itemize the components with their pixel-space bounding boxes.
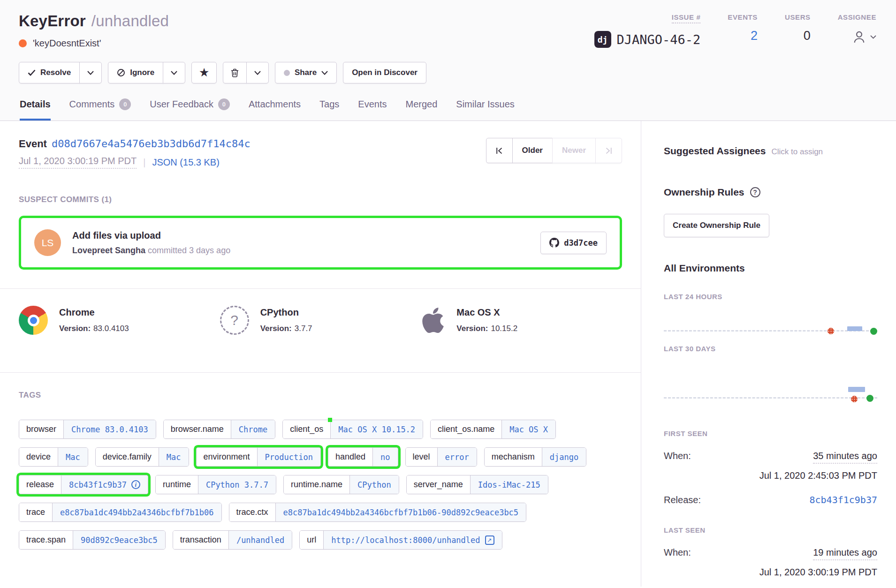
tag-value-link[interactable]: Chrome xyxy=(231,420,275,438)
tag-value-link[interactable]: e8c87ba1dc494bb2a4346bcfbf7b1b06-90d892c… xyxy=(276,503,526,521)
tag-value-link[interactable]: Production xyxy=(258,448,320,466)
external-link-icon[interactable]: ↗ xyxy=(485,535,494,545)
users-count: 0 xyxy=(804,29,811,43)
tag-value-link[interactable]: Chrome 83.0.4103 xyxy=(64,420,156,438)
event-contexts: Chrome Version:83.0.4103 ? CPython Versi… xyxy=(19,289,622,354)
tag-pill-url: urlhttp://localhost:8000/unhandled↗ xyxy=(299,530,502,550)
newer-event-button[interactable]: Newer xyxy=(552,138,596,163)
tag-pill-client-os-name: client_os.nameMac OS X xyxy=(430,420,556,439)
tab-merged[interactable]: Merged xyxy=(406,98,438,121)
tag-pill-mechanism: mechanismdjango xyxy=(484,447,586,467)
feedback-count-badge: 0 xyxy=(218,98,230,110)
tag-value-link[interactable]: no xyxy=(373,448,397,466)
context-name: CPython xyxy=(260,307,312,318)
tag-value-link[interactable]: http://localhost:8000/unhandled↗ xyxy=(324,531,501,549)
resolve-label: Resolve xyxy=(40,68,71,77)
tag-value-link[interactable]: /unhandled xyxy=(229,531,292,549)
github-icon xyxy=(549,238,559,248)
events-sparkline-24h xyxy=(664,301,877,342)
tag-value-link[interactable]: Mac OS X 10.15.2 xyxy=(331,420,423,438)
apple-icon xyxy=(421,306,445,335)
first-seen-heading: FIRST SEEN xyxy=(664,430,877,437)
tab-user-feedback[interactable]: User Feedback0 xyxy=(150,98,230,121)
context-name: Mac OS X xyxy=(456,307,517,318)
click-to-assign-hint: Click to assign xyxy=(771,147,823,157)
users-label: USERS xyxy=(785,13,811,21)
tag-value-link[interactable]: CPython xyxy=(350,475,399,494)
events-label: EVENTS xyxy=(728,13,758,21)
tab-similar-issues[interactable]: Similar Issues xyxy=(456,98,514,121)
context-version-value: 10.15.2 xyxy=(491,324,517,333)
last-seen-relative: 19 minutes ago xyxy=(813,547,877,560)
all-environments-heading: All Environments xyxy=(664,263,877,274)
tag-pill-trace: tracee8c87ba1dc494bb2a4346bcfbf7b1b06 xyxy=(19,503,222,522)
issue-stats: ISSUE # dj DJANGO-46-2 EVENTS 2 USERS 0 … xyxy=(594,12,876,48)
older-event-button[interactable]: Older xyxy=(512,138,553,163)
share-dot-icon xyxy=(284,70,290,76)
last-24-hours-label: LAST 24 HOURS xyxy=(664,293,877,301)
share-button[interactable]: Share xyxy=(275,62,337,83)
delete-dropdown-button[interactable] xyxy=(246,62,269,83)
latest-release-marker xyxy=(866,395,873,402)
create-ownership-rule-button[interactable]: Create Ownership Rule xyxy=(664,214,769,237)
event-id-block: Eventd08d7667e4a5476eb3b3db6d7f14c84c Ju… xyxy=(19,138,251,169)
event-id-link[interactable]: d08d7667e4a5476eb3b3db6d7f14c84c xyxy=(52,138,251,150)
tag-value-link[interactable]: Mac OS X xyxy=(502,420,555,438)
open-in-discover-button[interactable]: Open in Discover xyxy=(343,62,426,83)
tag-value-link[interactable]: e8c87ba1dc494bb2a4346bcfbf7b1b06 xyxy=(53,503,221,521)
issue-location: /unhandled xyxy=(91,12,169,30)
last-seen-date: Jul 1, 2020 3:00:19 PM PDT xyxy=(664,567,877,578)
raw-json-link[interactable]: JSON (15.3 KB) xyxy=(152,157,219,168)
tag-pill-handled: handledno xyxy=(328,447,398,467)
event-label: Event xyxy=(19,138,47,150)
tag-value-link[interactable]: 90d892c9eace3bc5 xyxy=(73,531,165,549)
event-details-main: Eventd08d7667e4a5476eb3b3db6d7f14c84c Ju… xyxy=(0,121,641,587)
share-label: Share xyxy=(295,68,317,77)
page-title: KeyError/unhandled xyxy=(19,12,169,30)
commit-time: committed 3 days ago xyxy=(148,246,230,255)
ignore-dropdown-button[interactable] xyxy=(163,62,185,83)
user-icon xyxy=(852,30,866,44)
tag-value-link[interactable]: Mac xyxy=(159,448,189,466)
assignee-dropdown[interactable] xyxy=(852,29,876,44)
tag-value-link[interactable]: django xyxy=(542,448,586,466)
tab-tags[interactable]: Tags xyxy=(319,98,339,121)
info-circle-icon[interactable]: i xyxy=(131,480,140,489)
tag-value-link[interactable]: CPython 3.7.7 xyxy=(198,475,276,494)
commit-sha-button[interactable]: d3d7cee xyxy=(540,232,607,254)
recorder-marker-dot xyxy=(328,418,332,422)
delete-button[interactable] xyxy=(223,62,247,83)
context-browser: Chrome Version:83.0.4103 xyxy=(19,306,220,335)
tag-pill-device: deviceMac xyxy=(19,447,88,467)
help-circle-icon[interactable]: ? xyxy=(750,187,760,197)
context-runtime: ? CPython Version:3.7.7 xyxy=(220,306,421,335)
tab-attachments[interactable]: Attachments xyxy=(249,98,301,121)
tag-pill-client-os: client_osMac OS X 10.15.2 xyxy=(282,420,423,439)
event-pagination: Older Newer xyxy=(486,138,622,163)
error-level-dot xyxy=(19,39,27,47)
ignore-button[interactable]: Ignore xyxy=(108,62,163,83)
resolve-dropdown-button[interactable] xyxy=(79,62,102,83)
tab-events[interactable]: Events xyxy=(358,98,387,121)
tab-details[interactable]: Details xyxy=(20,98,51,121)
tag-value-link[interactable]: Idos-iMac-215 xyxy=(471,475,548,494)
tag-value-link[interactable]: Mac xyxy=(58,448,88,466)
tab-comments[interactable]: Comments0 xyxy=(69,98,131,121)
latest-release-marker xyxy=(870,328,877,335)
commit-message: Add files via upload xyxy=(72,230,529,241)
discover-label: Open in Discover xyxy=(352,68,418,77)
tag-value-link[interactable]: error xyxy=(438,448,477,466)
events-count-link[interactable]: 2 xyxy=(751,29,758,43)
tag-pill-trace-ctx: trace.ctxe8c87ba1dc494bb2a4346bcfbf7b1b0… xyxy=(229,503,527,522)
tag-value-link[interactable]: 8cb43f1c9b37i xyxy=(61,475,148,494)
first-seen-release-link[interactable]: 8cb43f1c9b37 xyxy=(810,494,878,505)
oldest-event-button[interactable] xyxy=(486,138,513,163)
resolve-button[interactable]: Resolve xyxy=(19,62,80,83)
suggested-assignees-heading: Suggested Assignees xyxy=(664,145,766,157)
assignee-label: ASSIGNEE xyxy=(838,13,876,21)
event-bar-marker xyxy=(847,326,862,331)
issue-header: KeyError/unhandled 'keyDoesntExist' ISSU… xyxy=(0,0,896,121)
chevron-down-icon xyxy=(321,71,328,75)
bookmark-button[interactable]: ★ xyxy=(191,62,217,83)
skip-to-latest-button[interactable] xyxy=(595,138,622,163)
